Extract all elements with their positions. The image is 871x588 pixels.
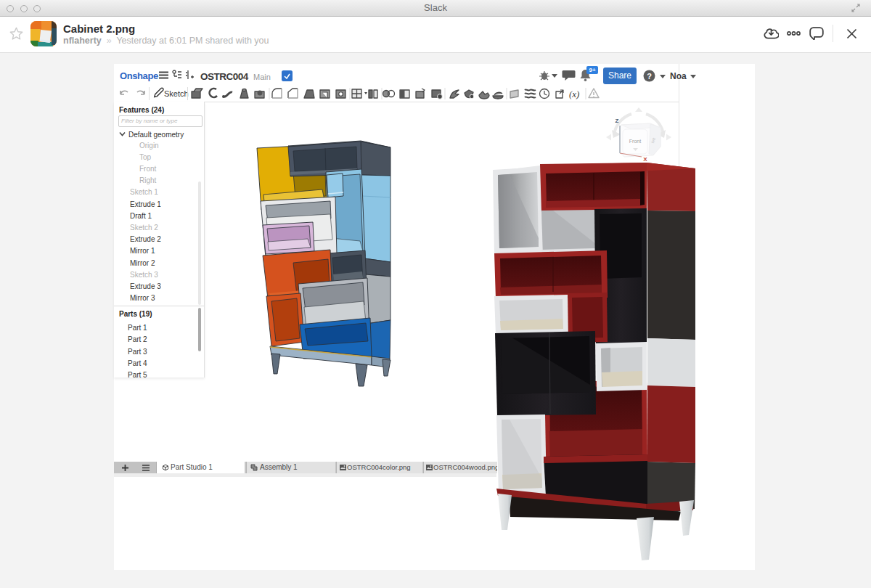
svg-text:?: ? bbox=[647, 72, 652, 81]
svg-text:Z: Z bbox=[616, 118, 619, 124]
svg-text:(x): (x) bbox=[569, 89, 579, 99]
